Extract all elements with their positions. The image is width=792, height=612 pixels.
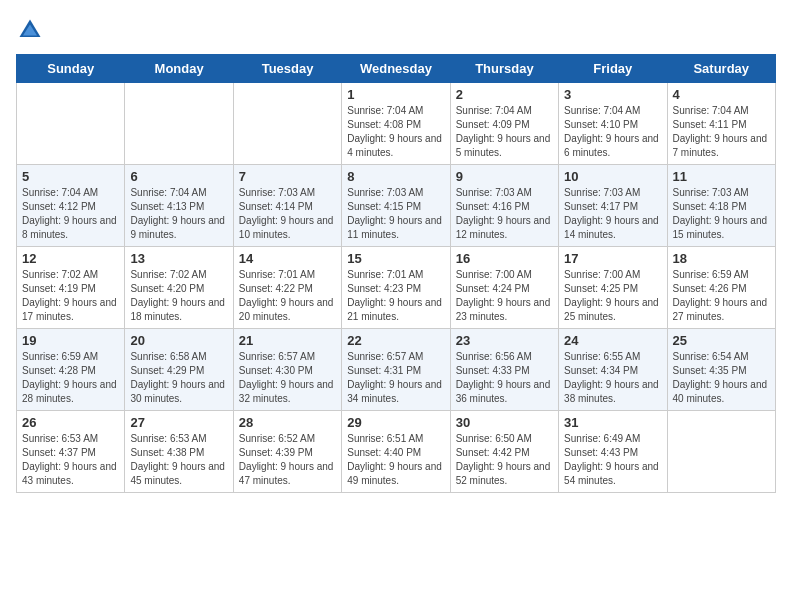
day-number: 14 — [239, 251, 336, 266]
day-number: 21 — [239, 333, 336, 348]
day-number: 3 — [564, 87, 661, 102]
calendar-cell: 5Sunrise: 7:04 AM Sunset: 4:12 PM Daylig… — [17, 165, 125, 247]
day-number: 24 — [564, 333, 661, 348]
day-info: Sunrise: 7:00 AM Sunset: 4:24 PM Dayligh… — [456, 268, 553, 324]
day-info: Sunrise: 7:02 AM Sunset: 4:20 PM Dayligh… — [130, 268, 227, 324]
calendar-cell: 2Sunrise: 7:04 AM Sunset: 4:09 PM Daylig… — [450, 83, 558, 165]
day-info: Sunrise: 7:04 AM Sunset: 4:10 PM Dayligh… — [564, 104, 661, 160]
main-container: SundayMondayTuesdayWednesdayThursdayFrid… — [0, 0, 792, 503]
day-number: 7 — [239, 169, 336, 184]
day-info: Sunrise: 6:54 AM Sunset: 4:35 PM Dayligh… — [673, 350, 770, 406]
calendar-cell: 9Sunrise: 7:03 AM Sunset: 4:16 PM Daylig… — [450, 165, 558, 247]
day-info: Sunrise: 6:58 AM Sunset: 4:29 PM Dayligh… — [130, 350, 227, 406]
day-info: Sunrise: 7:01 AM Sunset: 4:22 PM Dayligh… — [239, 268, 336, 324]
day-number: 9 — [456, 169, 553, 184]
day-info: Sunrise: 7:04 AM Sunset: 4:11 PM Dayligh… — [673, 104, 770, 160]
calendar-cell: 8Sunrise: 7:03 AM Sunset: 4:15 PM Daylig… — [342, 165, 450, 247]
day-info: Sunrise: 6:53 AM Sunset: 4:37 PM Dayligh… — [22, 432, 119, 488]
day-number: 4 — [673, 87, 770, 102]
day-number: 26 — [22, 415, 119, 430]
day-number: 19 — [22, 333, 119, 348]
day-number: 8 — [347, 169, 444, 184]
calendar-cell: 6Sunrise: 7:04 AM Sunset: 4:13 PM Daylig… — [125, 165, 233, 247]
calendar-cell: 3Sunrise: 7:04 AM Sunset: 4:10 PM Daylig… — [559, 83, 667, 165]
day-info: Sunrise: 7:04 AM Sunset: 4:08 PM Dayligh… — [347, 104, 444, 160]
calendar-cell: 14Sunrise: 7:01 AM Sunset: 4:22 PM Dayli… — [233, 247, 341, 329]
day-info: Sunrise: 6:55 AM Sunset: 4:34 PM Dayligh… — [564, 350, 661, 406]
day-of-week-header: Monday — [125, 55, 233, 83]
day-of-week-header: Tuesday — [233, 55, 341, 83]
calendar-week-row: 1Sunrise: 7:04 AM Sunset: 4:08 PM Daylig… — [17, 83, 776, 165]
calendar-header-row: SundayMondayTuesdayWednesdayThursdayFrid… — [17, 55, 776, 83]
calendar-cell: 24Sunrise: 6:55 AM Sunset: 4:34 PM Dayli… — [559, 329, 667, 411]
calendar-cell: 7Sunrise: 7:03 AM Sunset: 4:14 PM Daylig… — [233, 165, 341, 247]
day-info: Sunrise: 7:03 AM Sunset: 4:14 PM Dayligh… — [239, 186, 336, 242]
calendar-cell: 26Sunrise: 6:53 AM Sunset: 4:37 PM Dayli… — [17, 411, 125, 493]
day-number: 18 — [673, 251, 770, 266]
day-info: Sunrise: 6:52 AM Sunset: 4:39 PM Dayligh… — [239, 432, 336, 488]
day-number: 25 — [673, 333, 770, 348]
day-number: 31 — [564, 415, 661, 430]
calendar-table: SundayMondayTuesdayWednesdayThursdayFrid… — [16, 54, 776, 493]
day-number: 10 — [564, 169, 661, 184]
calendar-cell — [125, 83, 233, 165]
day-info: Sunrise: 7:04 AM Sunset: 4:12 PM Dayligh… — [22, 186, 119, 242]
calendar-cell: 22Sunrise: 6:57 AM Sunset: 4:31 PM Dayli… — [342, 329, 450, 411]
day-info: Sunrise: 6:57 AM Sunset: 4:31 PM Dayligh… — [347, 350, 444, 406]
calendar-cell — [667, 411, 775, 493]
calendar-cell: 1Sunrise: 7:04 AM Sunset: 4:08 PM Daylig… — [342, 83, 450, 165]
calendar-cell: 19Sunrise: 6:59 AM Sunset: 4:28 PM Dayli… — [17, 329, 125, 411]
calendar-cell: 17Sunrise: 7:00 AM Sunset: 4:25 PM Dayli… — [559, 247, 667, 329]
calendar-cell: 25Sunrise: 6:54 AM Sunset: 4:35 PM Dayli… — [667, 329, 775, 411]
day-number: 17 — [564, 251, 661, 266]
day-number: 13 — [130, 251, 227, 266]
calendar-cell: 21Sunrise: 6:57 AM Sunset: 4:30 PM Dayli… — [233, 329, 341, 411]
day-number: 15 — [347, 251, 444, 266]
calendar-cell: 31Sunrise: 6:49 AM Sunset: 4:43 PM Dayli… — [559, 411, 667, 493]
calendar-cell: 28Sunrise: 6:52 AM Sunset: 4:39 PM Dayli… — [233, 411, 341, 493]
day-number: 20 — [130, 333, 227, 348]
calendar-cell: 12Sunrise: 7:02 AM Sunset: 4:19 PM Dayli… — [17, 247, 125, 329]
calendar-week-row: 12Sunrise: 7:02 AM Sunset: 4:19 PM Dayli… — [17, 247, 776, 329]
day-number: 12 — [22, 251, 119, 266]
calendar-cell — [233, 83, 341, 165]
calendar-cell — [17, 83, 125, 165]
day-info: Sunrise: 7:03 AM Sunset: 4:15 PM Dayligh… — [347, 186, 444, 242]
calendar-cell: 18Sunrise: 6:59 AM Sunset: 4:26 PM Dayli… — [667, 247, 775, 329]
calendar-cell: 11Sunrise: 7:03 AM Sunset: 4:18 PM Dayli… — [667, 165, 775, 247]
calendar-week-row: 5Sunrise: 7:04 AM Sunset: 4:12 PM Daylig… — [17, 165, 776, 247]
day-info: Sunrise: 7:04 AM Sunset: 4:13 PM Dayligh… — [130, 186, 227, 242]
day-number: 28 — [239, 415, 336, 430]
day-info: Sunrise: 6:59 AM Sunset: 4:28 PM Dayligh… — [22, 350, 119, 406]
day-number: 29 — [347, 415, 444, 430]
day-of-week-header: Sunday — [17, 55, 125, 83]
day-number: 1 — [347, 87, 444, 102]
calendar-cell: 27Sunrise: 6:53 AM Sunset: 4:38 PM Dayli… — [125, 411, 233, 493]
day-info: Sunrise: 7:03 AM Sunset: 4:16 PM Dayligh… — [456, 186, 553, 242]
day-of-week-header: Thursday — [450, 55, 558, 83]
header — [16, 16, 776, 44]
day-number: 11 — [673, 169, 770, 184]
day-of-week-header: Wednesday — [342, 55, 450, 83]
day-info: Sunrise: 7:00 AM Sunset: 4:25 PM Dayligh… — [564, 268, 661, 324]
day-info: Sunrise: 7:01 AM Sunset: 4:23 PM Dayligh… — [347, 268, 444, 324]
calendar-week-row: 26Sunrise: 6:53 AM Sunset: 4:37 PM Dayli… — [17, 411, 776, 493]
day-number: 5 — [22, 169, 119, 184]
day-info: Sunrise: 6:56 AM Sunset: 4:33 PM Dayligh… — [456, 350, 553, 406]
day-info: Sunrise: 6:53 AM Sunset: 4:38 PM Dayligh… — [130, 432, 227, 488]
day-info: Sunrise: 7:04 AM Sunset: 4:09 PM Dayligh… — [456, 104, 553, 160]
calendar-cell: 13Sunrise: 7:02 AM Sunset: 4:20 PM Dayli… — [125, 247, 233, 329]
day-number: 30 — [456, 415, 553, 430]
day-info: Sunrise: 6:50 AM Sunset: 4:42 PM Dayligh… — [456, 432, 553, 488]
day-number: 16 — [456, 251, 553, 266]
calendar-cell: 20Sunrise: 6:58 AM Sunset: 4:29 PM Dayli… — [125, 329, 233, 411]
calendar-cell: 29Sunrise: 6:51 AM Sunset: 4:40 PM Dayli… — [342, 411, 450, 493]
logo — [16, 16, 46, 44]
day-number: 22 — [347, 333, 444, 348]
calendar-cell: 23Sunrise: 6:56 AM Sunset: 4:33 PM Dayli… — [450, 329, 558, 411]
day-number: 2 — [456, 87, 553, 102]
logo-icon — [16, 16, 44, 44]
day-info: Sunrise: 6:59 AM Sunset: 4:26 PM Dayligh… — [673, 268, 770, 324]
calendar-cell: 10Sunrise: 7:03 AM Sunset: 4:17 PM Dayli… — [559, 165, 667, 247]
calendar-cell: 16Sunrise: 7:00 AM Sunset: 4:24 PM Dayli… — [450, 247, 558, 329]
